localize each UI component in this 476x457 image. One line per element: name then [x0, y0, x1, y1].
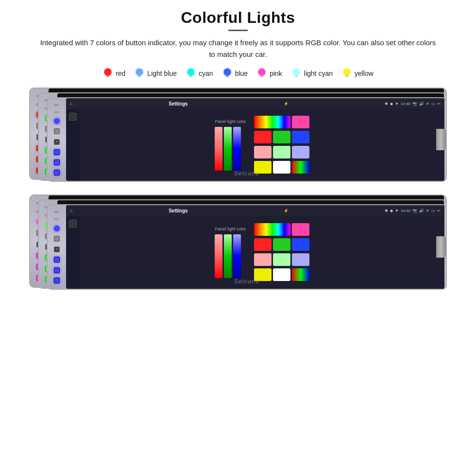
screen-content-bot: Panel light color: [80, 216, 444, 289]
color-label-cyan: cyan: [199, 70, 213, 77]
color-label-yellow: yellow: [355, 70, 374, 77]
svg-rect-13: [345, 75, 348, 77]
color-label-lightcyan: light cyan: [304, 70, 333, 77]
back-btn-top[interactable]: ←: [69, 113, 77, 121]
nav-panel-bot: ←: [66, 216, 80, 289]
bulb-icon-blue: [222, 67, 233, 80]
svg-rect-7: [226, 75, 229, 77]
svg-point-8: [258, 69, 266, 76]
panel-light-bot: Panel light color: [215, 227, 246, 278]
color-label-red: red: [116, 70, 125, 77]
nav-panel-top: ←: [66, 109, 80, 181]
bulb-icon-lightcyan: [291, 67, 302, 80]
page-container: Colorful Lights Integrated with 7 colors…: [0, 0, 476, 457]
color-item-lightblue: Light blue: [134, 67, 177, 80]
color-swatches-top: [254, 116, 309, 175]
panel-light-label-bot: Panel light color: [215, 227, 246, 231]
svg-point-10: [292, 69, 300, 76]
svg-rect-1: [106, 75, 109, 77]
top-unit-stack: MIC RST ⌂ ↶: [29, 88, 447, 190]
side-panel-front-bot: MIC RST ⌂ ↶: [48, 205, 66, 289]
screen-topbar-bot: ⌂ Settings ⚡ ✱◆▼ 14:40 📷🔊✕▭↩: [66, 205, 444, 216]
color-item-pink: pink: [256, 67, 282, 80]
status-icons-bot: ✱◆▼ 14:40 📷🔊✕▭↩: [385, 209, 441, 213]
side-panel-front: MIC RST ⌂ ↶: [48, 98, 66, 181]
bulb-icon-lightblue: [134, 67, 145, 80]
color-label-blue: blue: [235, 70, 248, 77]
screen-title-top: Settings: [169, 101, 187, 106]
color-item-red: red: [102, 67, 125, 80]
top-unit-row: MIC RST ⌂ ↶: [19, 88, 457, 190]
page-title: Colorful Lights: [181, 9, 295, 27]
status-icons-top: ✱◆▼ 14:40 📷🔊✕▭↩: [385, 102, 441, 106]
car-unit-front-bot: MIC RST ⌂ ↶ ⌂ Settings ⚡: [47, 204, 447, 290]
screen-time-top: 14:40: [401, 102, 410, 106]
svg-point-4: [187, 69, 195, 76]
screen-title-bot: Settings: [169, 208, 187, 213]
color-item-yellow: yellow: [341, 67, 374, 80]
screen-topbar-top: ⌂ Settings ⚡ ✱◆▼ 14:40 📷🔊✕▭↩: [66, 98, 444, 109]
svg-rect-5: [189, 75, 192, 77]
title-divider: [228, 30, 248, 31]
svg-point-2: [136, 69, 143, 76]
color-swatches-bot: [254, 223, 309, 282]
bulb-icon-red: [102, 67, 113, 80]
back-btn-bot[interactable]: ←: [69, 220, 77, 228]
svg-point-12: [343, 69, 351, 76]
bulb-icon-cyan: [186, 67, 196, 80]
color-item-blue: blue: [222, 67, 248, 80]
main-screen-bot: ⌂ Settings ⚡ ✱◆▼ 14:40 📷🔊✕▭↩ ←: [66, 205, 444, 289]
main-screen-top: ⌂ Settings ⚡ ✱◆▼ 14:40 📷🔊✕▭↩ ←: [66, 98, 444, 181]
color-legend: red Light blue cyan: [102, 67, 374, 80]
watermark-top: Seicane: [234, 170, 259, 177]
car-unit-front-top: MIC RST ⌂ ↶ ⌂ Settings: [47, 97, 447, 182]
svg-rect-9: [260, 75, 263, 77]
svg-rect-11: [295, 75, 298, 77]
screen-time-bot: 14:40: [401, 209, 410, 213]
svg-point-6: [223, 69, 231, 76]
bottom-unit-stack: MIC RST ⌂ ↶: [29, 194, 447, 300]
description-text: Integrated with 7 colors of button indic…: [39, 37, 437, 60]
panel-light-top: Panel light color: [215, 119, 246, 171]
color-item-lightcyan: light cyan: [291, 67, 333, 80]
svg-rect-3: [138, 75, 141, 77]
svg-point-0: [104, 69, 112, 76]
color-bars-bot: [215, 234, 241, 278]
color-bars-top: [215, 127, 241, 171]
displays-section: MIC RST ⌂ ↶: [19, 88, 457, 300]
bottom-unit-row: MIC RST ⌂ ↶: [19, 194, 457, 300]
bulb-icon-pink: [256, 67, 267, 80]
color-item-cyan: cyan: [186, 67, 213, 80]
panel-light-label-top: Panel light color: [215, 119, 246, 124]
screen-content-top: Panel light color: [80, 109, 444, 181]
watermark-bot: Seicane: [234, 278, 259, 285]
bulb-icon-yellow: [341, 67, 352, 80]
color-label-lightblue: Light blue: [147, 70, 177, 77]
color-label-pink: pink: [270, 70, 282, 77]
